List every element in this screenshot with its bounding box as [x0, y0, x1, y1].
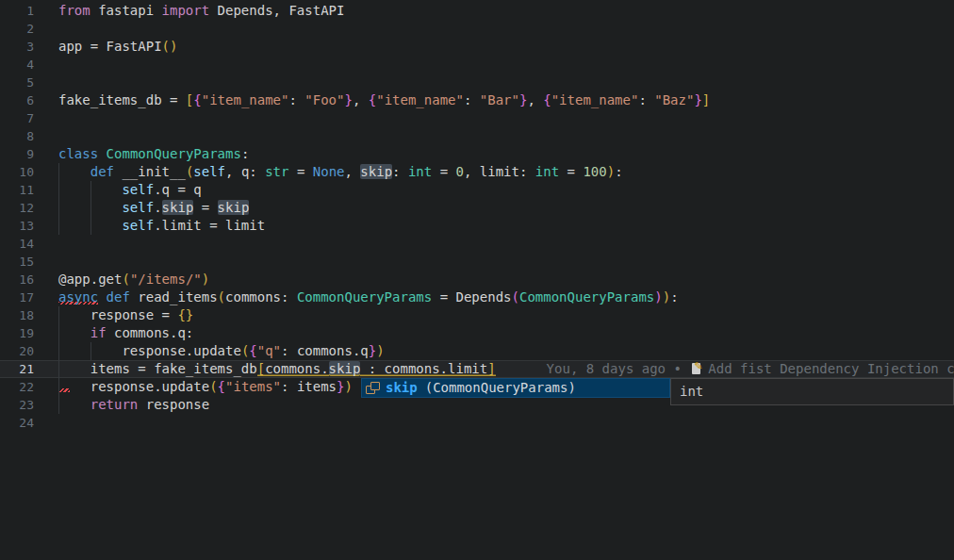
code-token: skip: [329, 361, 361, 376]
code-line[interactable]: 24: [0, 414, 954, 432]
code-token: {: [543, 92, 551, 107]
code-token: commons.q:: [107, 325, 194, 340]
code-token: {}: [177, 307, 193, 322]
code-token: :: [241, 146, 249, 161]
code-token: :: [288, 92, 304, 107]
code-line[interactable]: 6fake_items_db = [{"item_name": "Foo"}, …: [0, 91, 954, 109]
code-text: return response: [58, 396, 209, 414]
code-token: [58, 397, 90, 412]
code-text: items = fake_items_db[commons.skip : com…: [58, 360, 496, 378]
code-token: read_items: [130, 289, 218, 305]
line-number[interactable]: 23: [0, 396, 34, 414]
code-token: .limit = limit: [154, 218, 265, 233]
line-number[interactable]: 8: [0, 127, 34, 145]
code-line[interactable]: 19 if commons.q:: [0, 324, 954, 342]
code-token: int: [408, 164, 432, 179]
code-token: :: [464, 92, 480, 107]
code-line[interactable]: 1from fastapi import Depends, FastAPI: [0, 2, 954, 20]
line-number[interactable]: 10: [0, 163, 34, 181]
code-line-active[interactable]: 21 items = fake_items_db[commons.skip : …: [0, 360, 954, 378]
autocomplete-popup[interactable]: skip (CommonQueryParams): [361, 378, 670, 398]
line-number[interactable]: 21: [0, 360, 34, 378]
code-text: self.q = q: [58, 181, 202, 199]
code-token: =: [193, 200, 217, 215]
code-token: : commons.limit: [360, 361, 487, 376]
indent-guide: [90, 181, 91, 199]
code-line[interactable]: 12 self.skip = skip: [0, 199, 954, 217]
code-line[interactable]: 13 self.limit = limit: [0, 217, 954, 235]
line-number[interactable]: 24: [0, 414, 34, 432]
line-number[interactable]: 12: [0, 199, 34, 217]
code-token: Depends: [456, 289, 512, 305]
code-line[interactable]: 16@app.get("/items/"): [0, 271, 954, 288]
line-number[interactable]: 5: [0, 74, 34, 91]
git-blame-annotation: You, 8 days ago • ✎Add fist Dependency I…: [547, 361, 954, 376]
code-token: [98, 146, 106, 161]
line-number[interactable]: 1: [0, 2, 34, 20]
code-token: "Bar": [480, 92, 519, 107]
line-number[interactable]: 18: [0, 306, 34, 324]
code-token: .q = q: [154, 182, 202, 197]
indent-guide: [90, 199, 91, 217]
line-number[interactable]: 7: [0, 109, 34, 127]
line-number[interactable]: 2: [0, 20, 34, 38]
code-line[interactable]: 18 response = {}: [0, 306, 954, 324]
code-text: from fastapi import Depends, FastAPI: [58, 2, 344, 20]
code-text: app = FastAPI(): [58, 38, 177, 56]
line-number[interactable]: 11: [0, 181, 34, 199]
indent-guide: [58, 306, 59, 324]
code-token: :: [638, 92, 654, 107]
code-line[interactable]: 9class CommonQueryParams:: [0, 145, 954, 163]
line-number[interactable]: 16: [0, 271, 34, 288]
code-token: commons.: [265, 361, 328, 376]
code-line[interactable]: 20 response.update({"q": commons.q}): [0, 342, 954, 360]
code-token: self: [122, 182, 154, 197]
line-number[interactable]: 19: [0, 324, 34, 342]
code-line[interactable]: 17async def read_items(commons: CommonQu…: [0, 288, 954, 306]
autocomplete-item-label[interactable]: skip: [386, 379, 418, 397]
code-token: self: [122, 200, 154, 215]
code-token: 0: [456, 164, 464, 179]
code-line[interactable]: 8: [0, 127, 954, 145]
code-token: ,: [345, 164, 361, 179]
code-editor[interactable]: 1from fastapi import Depends, FastAPI23a…: [0, 0, 954, 560]
line-number[interactable]: 15: [0, 253, 34, 271]
code-line[interactable]: 5: [0, 74, 954, 91]
line-number[interactable]: 3: [0, 38, 34, 56]
line-number[interactable]: 17: [0, 288, 34, 306]
code-line[interactable]: 15: [0, 253, 954, 271]
code-line[interactable]: 2: [0, 20, 954, 38]
code-token: :: [670, 289, 678, 305]
code-token: "/items/": [130, 272, 202, 287]
line-number[interactable]: 14: [0, 235, 34, 253]
line-number[interactable]: 6: [0, 91, 34, 109]
code-line[interactable]: 14: [0, 235, 954, 253]
code-token: }: [369, 343, 376, 358]
code-token: =: [432, 164, 455, 179]
line-number[interactable]: 20: [0, 342, 34, 360]
indent-guide: [58, 342, 59, 360]
code-token: ): [654, 289, 662, 305]
code-token: [58, 164, 90, 179]
memo-icon: ✎: [690, 363, 704, 375]
line-number[interactable]: 13: [0, 217, 34, 235]
line-number[interactable]: 4: [0, 56, 34, 74]
code-token: [: [257, 361, 265, 376]
code-token: .: [154, 200, 161, 215]
indent-guide: [58, 324, 59, 342]
code-token: : commons.q: [281, 343, 369, 358]
line-number[interactable]: 9: [0, 145, 34, 163]
code-token: "item_name": [551, 92, 639, 107]
line-number[interactable]: 22: [0, 378, 34, 396]
code-token: }: [694, 92, 701, 107]
autocomplete-doc-text: int: [680, 384, 703, 399]
code-token: skip: [360, 164, 392, 179]
code-line[interactable]: 10 def __init__(self, q: str = None, ski…: [0, 163, 954, 181]
code-line[interactable]: 4: [0, 56, 954, 74]
code-line[interactable]: 7: [0, 109, 954, 127]
code-line[interactable]: 3app = FastAPI(): [0, 38, 954, 56]
code-line[interactable]: 11 self.q = q: [0, 181, 954, 199]
blame-commit-message: Add fist Dependency Injection c: [708, 361, 954, 376]
code-token: "items": [225, 379, 281, 394]
code-token: :: [615, 164, 622, 179]
